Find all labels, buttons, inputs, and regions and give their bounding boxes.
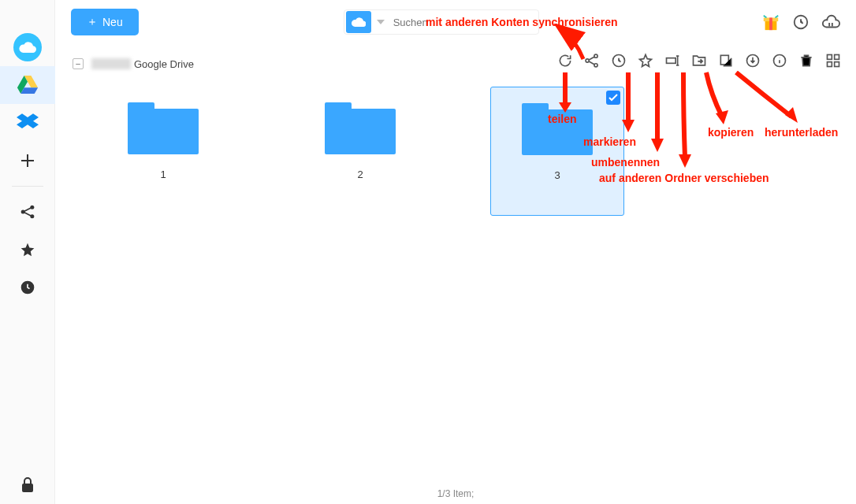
svg-rect-7 bbox=[769, 17, 772, 30]
share-icon bbox=[20, 204, 35, 220]
sidebar bbox=[0, 0, 55, 504]
star-icon bbox=[20, 242, 35, 258]
history-top-icon[interactable] bbox=[791, 13, 810, 32]
account-name-blurred bbox=[91, 58, 131, 69]
sidebar-star[interactable] bbox=[0, 231, 55, 269]
new-button-label: Neu bbox=[102, 16, 123, 28]
lock-icon bbox=[20, 477, 35, 493]
sidebar-separator bbox=[12, 186, 43, 187]
service-label: Google Drive bbox=[134, 58, 194, 70]
copy-icon[interactable] bbox=[717, 52, 735, 69]
sidebar-share[interactable] bbox=[0, 193, 55, 231]
new-button[interactable]: ＋ Neu bbox=[71, 9, 139, 35]
svg-rect-4 bbox=[22, 484, 33, 492]
gift-icon[interactable] bbox=[761, 13, 780, 32]
folder-icon bbox=[522, 103, 593, 155]
dropbox-icon bbox=[17, 113, 39, 132]
search-input[interactable] bbox=[389, 17, 538, 28]
sidebar-google-drive[interactable] bbox=[0, 66, 55, 104]
action-row bbox=[556, 52, 842, 69]
download-icon[interactable] bbox=[744, 52, 761, 69]
sidebar-history[interactable] bbox=[0, 269, 55, 306]
share-action-icon[interactable] bbox=[583, 52, 601, 69]
grid-view-icon[interactable] bbox=[824, 52, 842, 69]
folder-item[interactable]: 1 bbox=[96, 87, 230, 480]
refresh-icon[interactable] bbox=[556, 52, 574, 69]
clock-icon bbox=[20, 280, 35, 295]
cloud-logo-icon bbox=[13, 33, 42, 61]
sidebar-add-cloud[interactable] bbox=[0, 142, 55, 180]
svg-rect-13 bbox=[667, 58, 676, 64]
folder-item-selected[interactable]: 3 bbox=[490, 87, 624, 216]
folder-icon bbox=[128, 102, 199, 154]
delete-icon[interactable] bbox=[798, 52, 815, 69]
sidebar-lock[interactable] bbox=[0, 466, 55, 504]
check-badge bbox=[606, 91, 620, 105]
svg-rect-19 bbox=[828, 62, 832, 67]
plus-icon bbox=[20, 153, 35, 169]
sidebar-dropbox[interactable] bbox=[0, 104, 55, 142]
move-icon[interactable] bbox=[690, 52, 708, 69]
folder-icon bbox=[325, 102, 396, 154]
folder-label: 3 bbox=[554, 169, 560, 181]
topbar: ＋ Neu bbox=[55, 0, 856, 44]
cloud-icon bbox=[352, 17, 366, 27]
sidebar-app-logo[interactable] bbox=[0, 28, 55, 66]
chevron-down-icon[interactable] bbox=[373, 20, 389, 24]
star-action-icon[interactable] bbox=[637, 52, 654, 69]
svg-rect-18 bbox=[835, 55, 839, 60]
svg-rect-20 bbox=[835, 62, 839, 67]
plus-icon: ＋ bbox=[87, 15, 98, 29]
history-action-icon[interactable] bbox=[610, 52, 627, 69]
status-bar: 1/3 Item; bbox=[55, 488, 856, 499]
folder-label: 2 bbox=[357, 169, 363, 180]
svg-rect-17 bbox=[828, 55, 832, 60]
collapse-toggle[interactable]: – bbox=[73, 58, 84, 69]
google-drive-icon bbox=[17, 76, 39, 94]
folder-label: 1 bbox=[160, 169, 166, 180]
search-container bbox=[344, 9, 539, 35]
folder-item[interactable]: 2 bbox=[293, 87, 427, 480]
topbar-right bbox=[761, 13, 840, 32]
info-icon[interactable] bbox=[771, 52, 788, 69]
cloud-transfer-icon[interactable] bbox=[821, 13, 840, 32]
rename-icon[interactable] bbox=[664, 52, 681, 69]
folder-grid: 1 2 3 bbox=[73, 87, 856, 480]
cloud-selector[interactable] bbox=[346, 11, 371, 33]
